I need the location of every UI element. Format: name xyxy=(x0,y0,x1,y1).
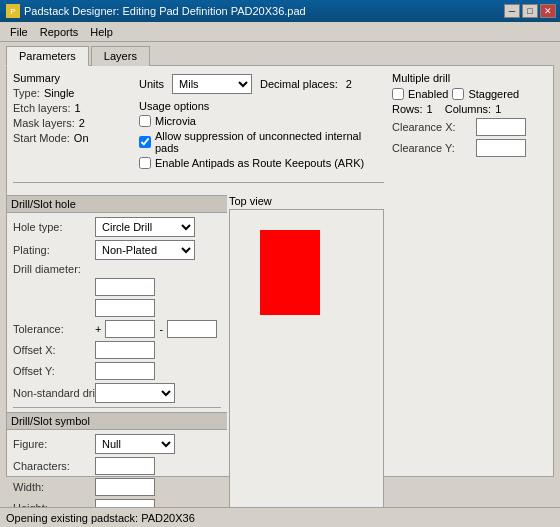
tab-strip: Parameters Layers xyxy=(6,46,554,66)
multiple-drill-label: Multiple drill xyxy=(392,72,547,84)
top-view-section: Top view xyxy=(229,193,384,520)
microvia-row: Microvia xyxy=(139,115,384,127)
characters-label: Characters: xyxy=(13,460,91,472)
hole-type-row: Hole type: Circle Drill Square Drill Ova… xyxy=(13,217,221,237)
offset-x-row: Offset X: 0.00 xyxy=(13,341,221,359)
plating-label: Plating: xyxy=(13,244,91,256)
rows-value: 1 xyxy=(427,103,433,115)
status-bar: Opening existing padstack: PAD20X36 xyxy=(0,507,560,527)
plating-select[interactable]: Non-Plated Plated xyxy=(95,240,195,260)
symbol-width-row: Width: 0.00 xyxy=(13,478,221,496)
mask-layers-value: 2 xyxy=(79,117,85,129)
characters-row: Characters: xyxy=(13,457,221,475)
pad-preview xyxy=(260,230,320,315)
tolerance-plus-sign: + xyxy=(95,323,101,335)
symbol-width-input[interactable]: 0.00 xyxy=(95,478,155,496)
drill-diameter-input-row: 0.00 xyxy=(95,278,221,296)
characters-input[interactable] xyxy=(95,457,155,475)
drill-diameter-value2[interactable]: 0.00 xyxy=(95,299,155,317)
tolerance-label: Tolerance: xyxy=(13,323,91,335)
minimize-button[interactable]: ─ xyxy=(504,4,520,18)
drill-diameter-input[interactable]: 0.00 xyxy=(95,278,155,296)
figure-row: Figure: Null Circle Square X xyxy=(13,434,221,454)
etch-layers-label: Etch layers: xyxy=(13,102,70,114)
rows-label: Rows: xyxy=(392,103,423,115)
allow-suppression-checkbox[interactable] xyxy=(139,136,151,148)
tolerance-plus-input[interactable]: 0.00 xyxy=(105,320,155,338)
clearance-y-label: Clearance Y: xyxy=(392,142,472,154)
clearance-y-row: Clearance Y: 0.00 xyxy=(392,139,547,157)
offset-x-label: Offset X: xyxy=(13,344,91,356)
tolerance-minus-sign: - xyxy=(159,323,163,335)
enabled-label: Enabled xyxy=(408,88,448,100)
window-title: Padstack Designer: Editing Pad Definitio… xyxy=(24,5,306,17)
menu-bar: File Reports Help xyxy=(0,22,560,42)
menu-reports[interactable]: Reports xyxy=(34,24,85,40)
units-usage-section: Units Mils Inches MM Decimal places: 2 U xyxy=(139,72,384,172)
symbol-width-label: Width: xyxy=(13,481,91,493)
menu-help[interactable]: Help xyxy=(84,24,119,40)
allow-suppression-row: Allow suppression of unconnected interna… xyxy=(139,130,384,154)
top-view-area xyxy=(229,209,384,520)
tab-parameters[interactable]: Parameters xyxy=(6,46,89,66)
multiple-drill-section: Multiple drill Enabled Staggered Rows: 1… xyxy=(392,72,547,470)
top-view-label: Top view xyxy=(229,193,384,209)
title-bar: P Padstack Designer: Editing Pad Definit… xyxy=(0,0,560,22)
enable-antipads-checkbox[interactable] xyxy=(139,157,151,169)
close-button[interactable]: ✕ xyxy=(540,4,556,18)
status-text: Opening existing padstack: PAD20X36 xyxy=(6,512,195,524)
units-select[interactable]: Mils Inches MM xyxy=(172,74,252,94)
summary-label: Summary xyxy=(13,72,133,84)
non-standard-label: Non-standard drill: xyxy=(13,387,91,399)
tab-panel-parameters: Summary Type: Single Etch layers: 1 Mask… xyxy=(6,65,554,477)
allow-suppression-label: Allow suppression of unconnected interna… xyxy=(155,130,384,154)
units-row: Units Mils Inches MM Decimal places: 2 xyxy=(139,72,384,96)
decimal-places-value: 2 xyxy=(346,78,352,90)
offset-y-label: Offset Y: xyxy=(13,365,91,377)
enable-antipads-row: Enable Antipads as Route Keepouts (ARK) xyxy=(139,157,384,169)
staggered-label: Staggered xyxy=(468,88,519,100)
clearance-x-label: Clearance X: xyxy=(392,121,472,133)
window-controls: ─ □ ✕ xyxy=(504,4,556,18)
hole-type-label: Hole type: xyxy=(13,221,91,233)
drill-slot-hole-label: Drill/Slot hole xyxy=(7,195,227,213)
columns-label: Columns: xyxy=(445,103,491,115)
clearance-y-input[interactable]: 0.00 xyxy=(476,139,526,157)
non-standard-drill-row: Non-standard drill: xyxy=(13,383,221,403)
clearance-x-row: Clearance X: 0.00 xyxy=(392,118,547,136)
type-value: Single xyxy=(44,87,75,99)
microvia-checkbox[interactable] xyxy=(139,115,151,127)
maximize-button[interactable]: □ xyxy=(522,4,538,18)
offset-y-input[interactable]: 0.00 xyxy=(95,362,155,380)
start-mode-label: Start Mode: xyxy=(13,132,70,144)
etch-layers-value: 1 xyxy=(74,102,80,114)
units-label: Units xyxy=(139,78,164,90)
drill-slot-symbol-label: Drill/Slot symbol xyxy=(7,412,227,430)
figure-label: Figure: xyxy=(13,438,91,450)
drill-diameter-row: Drill diameter: xyxy=(13,263,221,275)
decimal-places-label: Decimal places: xyxy=(260,78,338,90)
type-label: Type: xyxy=(13,87,40,99)
drill-diameter-value-row: 0.00 xyxy=(95,299,221,317)
non-standard-select[interactable] xyxy=(95,383,175,403)
menu-file[interactable]: File xyxy=(4,24,34,40)
drill-slot-hole-section: Drill/Slot hole Hole type: Circle Drill … xyxy=(13,193,221,520)
enable-antipads-label: Enable Antipads as Route Keepouts (ARK) xyxy=(155,157,364,169)
usage-options-section: Usage options Microvia Allow suppression… xyxy=(139,100,384,169)
enabled-row: Enabled Staggered xyxy=(392,88,547,100)
enabled-checkbox[interactable] xyxy=(392,88,404,100)
offset-x-input[interactable]: 0.00 xyxy=(95,341,155,359)
figure-select[interactable]: Null Circle Square X xyxy=(95,434,175,454)
tolerance-minus-input[interactable]: 0.00 xyxy=(167,320,217,338)
summary-section: Summary Type: Single Etch layers: 1 Mask… xyxy=(13,72,133,147)
offset-y-row: Offset Y: 0.00 xyxy=(13,362,221,380)
microvia-label: Microvia xyxy=(155,115,196,127)
tolerance-row: Tolerance: + 0.00 - 0.00 xyxy=(13,320,221,338)
columns-value: 1 xyxy=(495,103,501,115)
clearance-x-input[interactable]: 0.00 xyxy=(476,118,526,136)
tab-layers[interactable]: Layers xyxy=(91,46,150,66)
staggered-checkbox[interactable] xyxy=(452,88,464,100)
plating-row: Plating: Non-Plated Plated xyxy=(13,240,221,260)
drill-diameter-label: Drill diameter: xyxy=(13,263,91,275)
hole-type-select[interactable]: Circle Drill Square Drill Oval Slot xyxy=(95,217,195,237)
